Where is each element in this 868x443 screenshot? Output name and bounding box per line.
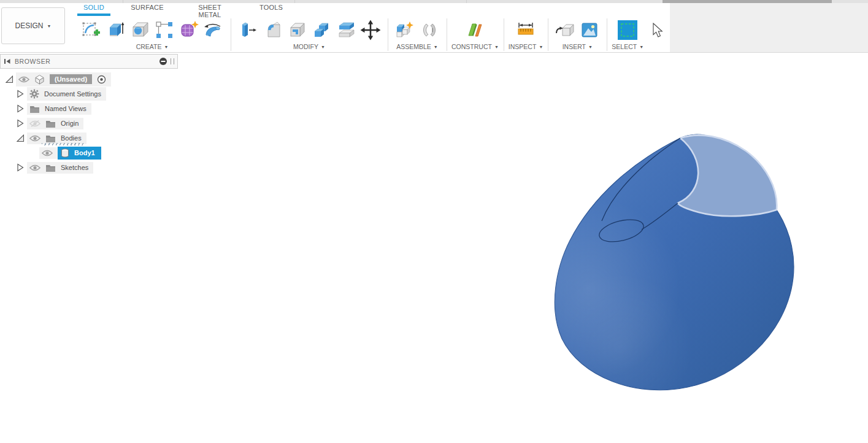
group-inspect: INSPECT▼ bbox=[504, 17, 548, 52]
canvas-button[interactable] bbox=[577, 17, 602, 43]
measure-button[interactable] bbox=[513, 17, 538, 43]
ribbon-toolbar: DESIGN ▼ SOLID SURFACE SHEET METAL TOOLS bbox=[0, 0, 868, 53]
fillet-button[interactable] bbox=[260, 17, 285, 43]
tree-item-named-views[interactable]: Named Views bbox=[0, 101, 178, 116]
insert-derive-icon bbox=[555, 20, 575, 40]
eye-icon[interactable] bbox=[18, 75, 29, 83]
eye-icon[interactable] bbox=[29, 134, 40, 142]
tab-tools[interactable]: TOOLS bbox=[258, 4, 285, 17]
group-create: CREATE▼ bbox=[74, 17, 231, 52]
group-label-inspect[interactable]: INSPECT▼ bbox=[509, 43, 543, 50]
tree-item-bodies[interactable]: Bodies bbox=[0, 131, 178, 145]
group-assemble: ASSEMBLE▼ bbox=[388, 17, 447, 52]
measure-icon bbox=[515, 20, 536, 40]
construct-plane-button[interactable] bbox=[463, 17, 487, 43]
create-form-icon bbox=[179, 20, 199, 40]
combine-button[interactable] bbox=[309, 17, 334, 43]
group-label-select[interactable]: SELECT▼ bbox=[612, 43, 643, 50]
tree-item-sketches[interactable]: Sketches bbox=[0, 160, 178, 175]
group-label-create[interactable]: CREATE▼ bbox=[136, 43, 169, 50]
tree-item-origin[interactable]: Origin bbox=[0, 116, 178, 131]
hole-icon bbox=[130, 20, 150, 40]
chevron-down-icon: ▼ bbox=[164, 45, 168, 49]
select-icon bbox=[617, 20, 638, 40]
browser-header: BROWSER bbox=[0, 54, 178, 69]
chevron-down-icon: ▼ bbox=[494, 45, 499, 49]
expand-arrow-icon[interactable] bbox=[5, 75, 13, 83]
move-button[interactable] bbox=[358, 17, 383, 43]
group-label-assemble[interactable]: ASSEMBLE▼ bbox=[396, 43, 438, 50]
folder-icon bbox=[45, 164, 56, 172]
insert-derive-button[interactable] bbox=[553, 17, 577, 43]
tree-item-label: Body1 bbox=[74, 149, 95, 156]
ribbon-tabs: SOLID SURFACE SHEET METAL TOOLS bbox=[77, 4, 285, 17]
expand-arrow-icon[interactable] bbox=[16, 90, 25, 98]
tree-item-body1[interactable]: Body1 bbox=[0, 145, 178, 160]
activate-radio-icon[interactable] bbox=[97, 75, 106, 84]
group-construct: CONSTRUCT▼ bbox=[447, 17, 504, 52]
group-insert: INSERT▼ bbox=[548, 17, 607, 52]
shell-button[interactable] bbox=[285, 17, 309, 43]
rectangular-pattern-button[interactable] bbox=[152, 17, 177, 43]
split-body-icon bbox=[336, 20, 356, 40]
workspace-switcher-button[interactable]: DESIGN ▼ bbox=[1, 7, 65, 44]
collapse-panel-icon[interactable] bbox=[4, 58, 11, 65]
group-select: SELECT▼ bbox=[607, 17, 648, 52]
new-component-icon bbox=[394, 20, 415, 40]
browser-panel: BROWSER bbox=[0, 54, 178, 175]
panel-resize-grip-icon[interactable] bbox=[171, 58, 174, 64]
canvas-icon bbox=[580, 20, 599, 40]
combine-icon bbox=[312, 20, 331, 40]
folder-icon bbox=[45, 134, 56, 142]
chevron-down-icon: ▼ bbox=[588, 45, 593, 49]
tree-item-document-root[interactable]: (Unsaved) bbox=[0, 72, 178, 87]
folder-icon bbox=[45, 120, 56, 128]
create-sketch-button[interactable] bbox=[79, 17, 103, 43]
window-top-strip bbox=[0, 0, 868, 3]
document-name-label: (Unsaved) bbox=[50, 74, 92, 84]
eye-icon[interactable] bbox=[42, 149, 53, 157]
chevron-down-icon: ▼ bbox=[434, 45, 438, 49]
workspace-label: DESIGN bbox=[15, 21, 44, 30]
joint-icon bbox=[420, 20, 439, 40]
expand-arrow-icon[interactable] bbox=[16, 163, 25, 172]
select-button[interactable] bbox=[615, 17, 640, 43]
browser-tree: (Unsaved) bbox=[0, 69, 178, 175]
new-component-button[interactable] bbox=[393, 17, 417, 43]
remove-minus-icon[interactable] bbox=[159, 57, 167, 66]
app-window: DESIGN ▼ SOLID SURFACE SHEET METAL TOOLS bbox=[0, 0, 868, 443]
selected-body-row[interactable]: Body1 bbox=[58, 147, 101, 160]
tab-surface[interactable]: SURFACE bbox=[130, 4, 164, 17]
chevron-down-icon: ▼ bbox=[639, 45, 643, 49]
tree-item-label: Bodies bbox=[61, 134, 82, 142]
extrude-button[interactable] bbox=[103, 17, 128, 43]
tab-sheet-metal[interactable]: SHEET METAL bbox=[186, 4, 233, 17]
group-modify: MODIFY▼ bbox=[231, 17, 388, 52]
tree-item-label: Named Views bbox=[45, 105, 86, 112]
tree-item-document-settings[interactable]: Document Settings bbox=[0, 87, 178, 101]
chevron-down-icon: ▼ bbox=[539, 45, 543, 49]
expand-arrow-icon[interactable] bbox=[16, 134, 25, 142]
tab-solid[interactable]: SOLID bbox=[77, 4, 110, 17]
joint-button[interactable] bbox=[417, 17, 442, 43]
eye-hidden-icon[interactable] bbox=[29, 120, 40, 128]
construct-plane-icon bbox=[465, 20, 485, 40]
group-label-insert[interactable]: INSERT▼ bbox=[563, 43, 593, 50]
tree-item-label: Sketches bbox=[61, 164, 88, 171]
revolve-button[interactable] bbox=[201, 17, 226, 43]
press-pull-icon bbox=[238, 20, 258, 40]
gear-icon bbox=[29, 89, 39, 99]
mouse-cursor bbox=[652, 23, 666, 39]
expand-arrow-icon[interactable] bbox=[16, 104, 25, 113]
tree-item-label: Origin bbox=[61, 120, 79, 127]
expand-arrow-icon[interactable] bbox=[16, 119, 25, 128]
split-body-button[interactable] bbox=[334, 17, 358, 43]
hole-button[interactable] bbox=[128, 17, 152, 43]
group-label-construct[interactable]: CONSTRUCT▼ bbox=[451, 43, 499, 50]
eye-icon[interactable] bbox=[29, 164, 40, 172]
create-form-button[interactable] bbox=[177, 17, 201, 43]
press-pull-button[interactable] bbox=[236, 17, 260, 43]
fillet-icon bbox=[263, 20, 282, 40]
create-sketch-icon bbox=[81, 20, 101, 40]
group-label-modify[interactable]: MODIFY▼ bbox=[293, 43, 325, 50]
